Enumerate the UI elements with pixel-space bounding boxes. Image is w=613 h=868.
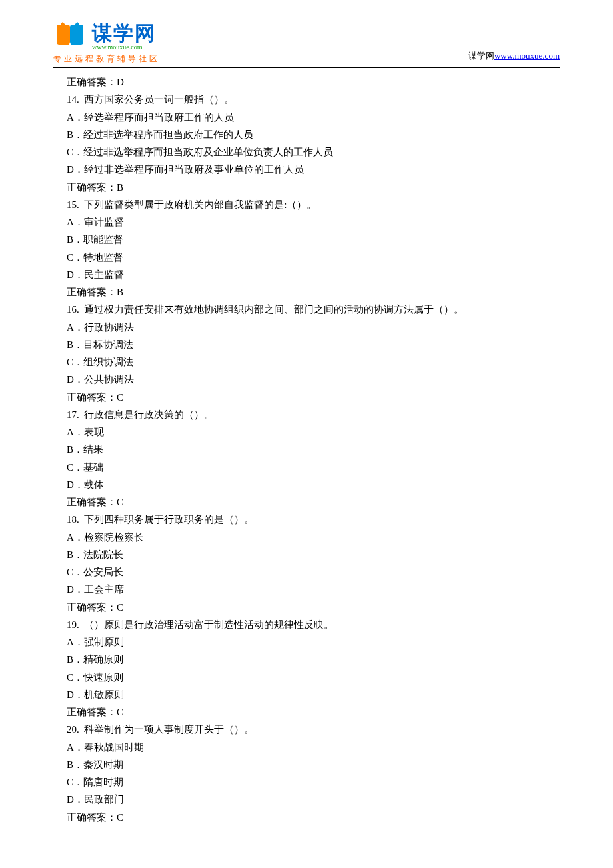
- header-right: 谋学网www.mouxue.com: [468, 50, 560, 65]
- text-line: B．目标协调法: [67, 336, 546, 353]
- text-line: C．隋唐时期: [67, 773, 546, 791]
- text-line: C．公安局长: [67, 563, 546, 581]
- text-line: A．春秋战国时期: [67, 739, 546, 756]
- text-line: 19. （）原则是行政治理活动富于制造性活动的规律性反映。: [67, 616, 546, 633]
- text-line: C．快速原则: [67, 669, 546, 686]
- text-line: 正确答案：C: [67, 703, 546, 721]
- text-line: D．工会主席: [67, 581, 546, 598]
- text-line: B．法院院长: [67, 546, 546, 563]
- text-line: 20. 科举制作为一项人事制度开头于（）。: [67, 721, 546, 738]
- text-line: 正确答案：C: [67, 599, 546, 616]
- book-icon: [53, 21, 87, 47]
- header-right-prefix: 谋学网: [468, 51, 494, 61]
- text-line: B．精确原则: [67, 651, 546, 668]
- text-line: C．组织协调法: [67, 353, 546, 371]
- logo-tagline: 专业远程教育辅导社区: [53, 53, 160, 65]
- text-line: C．特地监督: [67, 249, 546, 266]
- text-line: 15. 下列监督类型属于政府机关内部自我监督的是:（）。: [67, 196, 546, 213]
- text-line: A．表现: [67, 423, 546, 441]
- text-line: 正确答案：B: [67, 179, 546, 196]
- text-line: B．经过非选举程序而担当政府工作的人员: [67, 126, 546, 143]
- text-line: D．民政部门: [67, 791, 546, 808]
- text-line: B．秦汉时期: [67, 756, 546, 773]
- text-line: D．经过非选举程序而担当政府及事业单位的工作人员: [67, 161, 546, 178]
- logo-area: 谋学网 www.mouxue.com 专业远程教育辅导社区: [53, 20, 160, 65]
- text-line: D．公共协调法: [67, 371, 546, 388]
- text-line: 正确答案：B: [67, 283, 546, 301]
- header-divider: [53, 67, 560, 68]
- text-line: 18. 下列四种职务属于行政职务的是（）。: [67, 511, 546, 528]
- text-line: D．机敏原则: [67, 686, 546, 703]
- text-line: D．民主监督: [67, 266, 546, 283]
- header-link[interactable]: www.mouxue.com: [494, 51, 560, 61]
- text-line: B．结果: [67, 441, 546, 458]
- text-line: A．检察院检察长: [67, 529, 546, 546]
- text-line: 正确答案：D: [67, 73, 546, 91]
- text-line: 14. 西方国家公务员一词一般指（）。: [67, 91, 546, 108]
- text-line: C．经过非选举程序而担当政府及企业单位负责人的工作人员: [67, 143, 546, 161]
- text-line: 17. 行政信息是行政决策的（）。: [67, 406, 546, 423]
- text-line: 正确答案：C: [67, 389, 546, 406]
- text-line: 16. 通过权力责任安排来有效地协调组织内部之间、部门之间的活动的协调方法属于（…: [67, 301, 546, 318]
- document-content: 正确答案：D14. 西方国家公务员一词一般指（）。A．经选举程序而担当政府工作的…: [0, 73, 613, 826]
- text-line: 正确答案：C: [67, 809, 546, 826]
- page-header: 谋学网 www.mouxue.com 专业远程教育辅导社区 谋学网www.mou…: [0, 0, 613, 65]
- logo-url: www.mouxue.com: [92, 43, 160, 51]
- text-line: B．职能监督: [67, 231, 546, 248]
- text-line: A．经选举程序而担当政府工作的人员: [67, 109, 546, 126]
- text-line: D．载体: [67, 476, 546, 493]
- text-line: A．审计监督: [67, 213, 546, 231]
- text-line: A．行政协调法: [67, 319, 546, 336]
- text-line: C．基础: [67, 459, 546, 476]
- text-line: A．强制原则: [67, 633, 546, 651]
- text-line: 正确答案：C: [67, 493, 546, 511]
